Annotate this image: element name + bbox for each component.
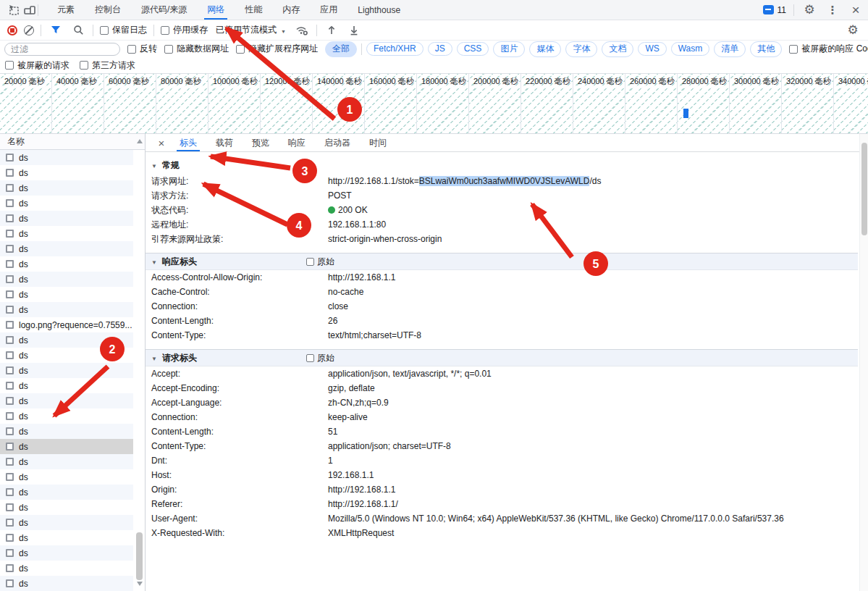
detail-tab-响应[interactable]: 响应 [279,134,315,151]
tab-控制台[interactable]: 控制台 [85,0,131,20]
filter-chip-图片[interactable]: 图片 [493,41,525,57]
scrollbar-thumb[interactable] [136,532,143,580]
detail-tab-启动器[interactable]: 启动器 [315,134,360,151]
request-row[interactable]: ds [0,378,133,393]
scroll-down-icon[interactable] [137,582,143,586]
request-row[interactable]: ds [0,408,133,424]
sidebar-scrollbar[interactable] [135,135,144,590]
raw-checkbox[interactable]: 原始 [306,256,334,268]
header-entry: Connection:close [146,299,858,314]
network-overview-timeline[interactable]: 20000 毫秒40000 毫秒60000 毫秒80000 毫秒100000 毫… [0,74,868,134]
request-row[interactable]: ds [0,454,133,469]
tab-元素[interactable]: 元素 [47,0,85,20]
network-conditions-icon[interactable] [294,22,310,38]
request-row[interactable]: ds [0,485,133,500]
filter-chip-JS[interactable]: JS [428,42,452,56]
request-row[interactable]: ds [0,211,133,226]
request-row[interactable]: ds [0,424,133,439]
request-row[interactable]: ds [0,393,133,408]
divider [153,25,154,36]
device-toolbar-icon[interactable] [22,2,38,18]
close-devtools-icon[interactable] [848,2,864,18]
section-header[interactable]: 响应标头原始 [146,253,858,270]
request-row[interactable]: ds [0,348,133,363]
header-entry: Host:192.168.1.1 [146,468,858,482]
request-row[interactable]: ds [0,545,133,561]
hide-extension-urls-checkbox[interactable]: 隐藏扩展程序网址 [236,43,318,55]
request-row[interactable]: logo.png?requence=0.7559... [0,317,133,332]
filter-chip-CSS[interactable]: CSS [457,42,489,56]
request-row[interactable]: ds [0,226,133,241]
raw-checkbox[interactable]: 原始 [306,352,334,364]
section-header[interactable]: 常规 [146,156,858,174]
detail-tab-时间[interactable]: 时间 [360,134,396,151]
record-button[interactable] [7,25,17,35]
hide-data-urls-checkbox[interactable]: 隐藏数据网址 [164,43,229,55]
request-row[interactable]: ds [0,561,133,576]
tab-网络[interactable]: 网络 [197,0,235,20]
more-menu-icon[interactable] [825,2,840,18]
request-row[interactable]: ds [0,180,133,196]
export-har-icon[interactable] [346,22,362,38]
request-row[interactable]: ds [0,150,133,165]
request-row[interactable]: ds [0,500,133,515]
detail-tab-标头[interactable]: 标头 [170,134,206,151]
clear-button[interactable] [24,25,34,35]
request-row[interactable]: ds [0,241,133,256]
filter-chip-文档[interactable]: 文档 [602,41,633,57]
request-row[interactable]: ds [0,515,133,530]
blocked-requests-checkbox[interactable]: 被屏蔽的请求 [5,59,69,72]
preserve-log-checkbox[interactable]: 保留日志 [100,24,147,36]
close-details-icon[interactable] [153,137,170,149]
section-header[interactable]: 请求标头原始 [146,349,858,366]
filter-icon[interactable] [48,22,64,38]
issues-button[interactable]: 11 [763,5,786,15]
settings-icon[interactable] [801,2,817,18]
filter-chip-全部[interactable]: 全部 [325,41,357,57]
request-row[interactable]: ds [0,165,133,180]
import-har-icon[interactable] [324,22,340,38]
blocked-cookies-checkbox[interactable]: 被屏蔽的响应 Cookie [789,43,868,55]
filter-chip-Fetch/XHR[interactable]: Fetch/XHR [366,42,424,56]
request-name: ds [19,290,28,300]
name-column-header[interactable]: 名称 [0,134,145,150]
disable-cache-checkbox[interactable]: 停用缓存 [161,24,208,36]
third-party-checkbox[interactable]: 第三方请求 [80,59,135,72]
filter-row: 反转 隐藏数据网址 隐藏扩展程序网址 全部Fetch/XHRJSCSS图片媒体字… [0,41,868,57]
filter-chip-字体[interactable]: 字体 [565,41,597,57]
filter-chip-其他[interactable]: 其他 [750,41,782,57]
request-row[interactable]: ds [0,576,133,591]
filter-chip-Wasm[interactable]: Wasm [671,42,710,56]
tab-性能[interactable]: 性能 [235,0,272,20]
tab-源代码/来源[interactable]: 源代码/来源 [131,0,197,20]
request-row[interactable]: ds [0,469,133,485]
filter-input[interactable] [4,43,120,56]
detail-tab-预览[interactable]: 预览 [243,134,279,151]
filter-chip-媒体[interactable]: 媒体 [529,41,561,57]
search-icon[interactable] [70,22,86,38]
inspect-icon[interactable] [6,2,22,18]
scroll-up-icon[interactable] [137,139,143,143]
request-row[interactable]: ds [0,287,133,302]
header-value: application/json; charset=UTF-8 [328,439,451,453]
request-row[interactable]: ds [0,256,133,272]
throttling-dropdown[interactable]: 已停用节流模式 [214,24,287,36]
request-row[interactable]: ds [0,302,133,317]
tab-Lighthouse[interactable]: Lighthouse [347,0,410,20]
filter-chip-WS[interactable]: WS [638,42,666,56]
request-row[interactable]: ds [0,530,133,545]
tab-应用[interactable]: 应用 [310,0,347,20]
panel-scrollbar[interactable] [859,134,868,591]
scrollbar-thumb[interactable] [861,143,867,235]
detail-tab-载荷[interactable]: 载荷 [206,134,243,151]
request-row[interactable]: ds [0,196,133,211]
invert-checkbox[interactable]: 反转 [127,43,157,55]
request-row[interactable]: ds [0,272,133,287]
tab-内存[interactable]: 内存 [272,0,310,20]
network-settings-icon[interactable] [845,22,861,38]
header-value: XMLHttpRequest [328,526,394,540]
filter-chip-清单[interactable]: 清单 [714,41,746,57]
request-row[interactable]: ds [0,363,133,378]
request-row[interactable]: ds [0,439,133,454]
request-row[interactable]: ds [0,332,133,348]
